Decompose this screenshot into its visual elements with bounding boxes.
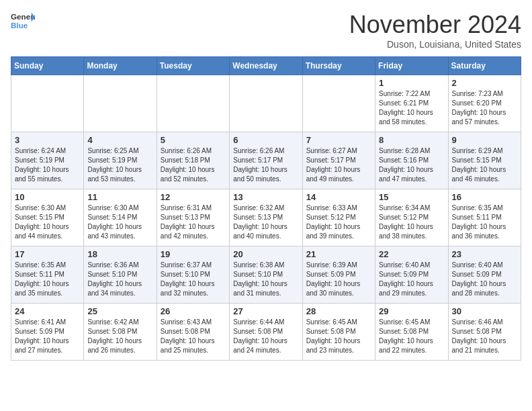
day-info: Sunset: 5:17 PM (233, 156, 298, 165)
day-info: Sunrise: 6:39 AM (306, 261, 371, 270)
day-info: Sunrise: 6:40 AM (452, 261, 517, 270)
day-info: Sunrise: 6:30 AM (87, 203, 152, 213)
day-info: Sunset: 5:08 PM (87, 327, 152, 336)
day-number: 12 (161, 192, 226, 202)
calendar-cell: 2Sunrise: 7:23 AMSunset: 6:20 PMDaylight… (448, 75, 521, 132)
day-info: Daylight: 10 hours and 46 minutes. (452, 165, 517, 184)
calendar-cell (84, 75, 157, 132)
day-info: Sunrise: 7:23 AM (452, 89, 517, 99)
calendar-cell (230, 75, 302, 132)
day-info: Sunrise: 6:31 AM (161, 203, 226, 213)
day-info: Sunset: 5:10 PM (161, 270, 226, 279)
calendar-cell: 12Sunrise: 6:31 AMSunset: 5:13 PMDayligh… (157, 189, 229, 246)
calendar-cell: 30Sunrise: 6:46 AMSunset: 5:08 PMDayligh… (448, 304, 521, 361)
day-info: Daylight: 10 hours and 52 minutes. (161, 165, 226, 184)
calendar-cell (11, 75, 84, 132)
day-number: 27 (233, 306, 298, 316)
calendar-cell: 10Sunrise: 6:30 AMSunset: 5:15 PMDayligh… (11, 189, 84, 246)
logo: General Blue (11, 11, 35, 31)
day-info: Sunrise: 6:32 AM (233, 203, 298, 213)
day-info: Sunrise: 6:42 AM (87, 318, 152, 327)
day-info: Sunset: 5:10 PM (233, 270, 298, 279)
weekday-header-thursday: Thursday (302, 57, 375, 75)
day-info: Sunset: 5:08 PM (306, 327, 371, 336)
day-info: Sunrise: 6:33 AM (306, 203, 371, 213)
calendar-cell: 15Sunrise: 6:34 AMSunset: 5:12 PMDayligh… (375, 189, 448, 246)
day-info: Daylight: 10 hours and 35 minutes. (15, 279, 80, 298)
day-number: 23 (452, 249, 517, 259)
day-info: Sunset: 5:16 PM (379, 156, 444, 165)
day-info: Sunset: 5:12 PM (379, 213, 444, 222)
day-number: 15 (379, 192, 444, 202)
day-info: Sunrise: 6:28 AM (379, 146, 444, 156)
day-info: Sunrise: 6:30 AM (15, 203, 80, 213)
day-number: 5 (161, 135, 226, 145)
calendar-cell: 14Sunrise: 6:33 AMSunset: 5:12 PMDayligh… (302, 189, 375, 246)
day-info: Sunrise: 6:46 AM (452, 318, 517, 327)
day-number: 1 (379, 78, 444, 88)
calendar-subtitle: Duson, Louisiana, United States (349, 39, 521, 50)
day-info: Sunset: 6:21 PM (379, 99, 444, 108)
day-info: Daylight: 10 hours and 44 minutes. (15, 222, 80, 241)
day-info: Daylight: 10 hours and 30 minutes. (306, 279, 371, 298)
day-info: Daylight: 10 hours and 53 minutes. (87, 165, 152, 184)
day-info: Daylight: 10 hours and 39 minutes. (306, 222, 371, 241)
logo-icon: General Blue (11, 11, 35, 31)
day-info: Sunrise: 7:22 AM (379, 89, 444, 99)
day-info: Sunset: 5:09 PM (15, 327, 80, 336)
day-info: Sunset: 5:19 PM (87, 156, 152, 165)
calendar-cell: 22Sunrise: 6:40 AMSunset: 5:09 PMDayligh… (375, 246, 448, 304)
week-row-4: 17Sunrise: 6:35 AMSunset: 5:11 PMDayligh… (11, 246, 521, 304)
calendar-cell: 26Sunrise: 6:43 AMSunset: 5:08 PMDayligh… (157, 304, 229, 361)
calendar-cell: 27Sunrise: 6:44 AMSunset: 5:08 PMDayligh… (230, 304, 302, 361)
day-number: 4 (87, 135, 152, 145)
day-info: Sunset: 5:12 PM (306, 213, 371, 222)
day-info: Sunset: 5:11 PM (15, 270, 80, 279)
day-info: Daylight: 10 hours and 43 minutes. (87, 222, 152, 241)
day-info: Daylight: 10 hours and 34 minutes. (87, 279, 152, 298)
day-info: Daylight: 10 hours and 22 minutes. (379, 336, 444, 355)
weekday-header-wednesday: Wednesday (230, 57, 302, 75)
day-info: Sunrise: 6:24 AM (15, 146, 80, 156)
calendar-cell: 28Sunrise: 6:45 AMSunset: 5:08 PMDayligh… (302, 304, 375, 361)
day-number: 7 (306, 135, 371, 145)
calendar-title: November 2024 (349, 11, 521, 39)
day-number: 16 (452, 192, 517, 202)
day-info: Sunset: 5:13 PM (161, 213, 226, 222)
weekday-header-tuesday: Tuesday (157, 57, 229, 75)
day-number: 24 (15, 306, 80, 316)
day-info: Daylight: 10 hours and 40 minutes. (233, 222, 298, 241)
day-number: 30 (452, 306, 517, 316)
page-header: General Blue November 2024 Duson, Louisi… (11, 11, 521, 50)
day-info: Daylight: 10 hours and 32 minutes. (161, 279, 226, 298)
day-number: 14 (306, 192, 371, 202)
day-info: Sunset: 6:20 PM (452, 99, 517, 108)
day-number: 21 (306, 249, 371, 259)
day-info: Sunrise: 6:36 AM (87, 261, 152, 270)
day-info: Sunset: 5:14 PM (87, 213, 152, 222)
day-info: Daylight: 10 hours and 25 minutes. (161, 336, 226, 355)
day-info: Daylight: 10 hours and 31 minutes. (233, 279, 298, 298)
day-number: 22 (379, 249, 444, 259)
weekday-header-friday: Friday (375, 57, 448, 75)
day-info: Sunset: 5:08 PM (161, 327, 226, 336)
day-info: Sunrise: 6:44 AM (233, 318, 298, 327)
calendar-body: 1Sunrise: 7:22 AMSunset: 6:21 PMDaylight… (11, 75, 521, 361)
day-info: Daylight: 10 hours and 26 minutes. (87, 336, 152, 355)
day-number: 11 (87, 192, 152, 202)
day-info: Daylight: 10 hours and 55 minutes. (15, 165, 80, 184)
calendar-cell: 9Sunrise: 6:29 AMSunset: 5:15 PMDaylight… (448, 132, 521, 189)
day-info: Sunset: 5:15 PM (452, 156, 517, 165)
day-number: 20 (233, 249, 298, 259)
calendar-table: SundayMondayTuesdayWednesdayThursdayFrid… (11, 56, 521, 361)
day-number: 10 (15, 192, 80, 202)
day-info: Sunset: 5:17 PM (306, 156, 371, 165)
day-info: Daylight: 10 hours and 50 minutes. (233, 165, 298, 184)
day-number: 29 (379, 306, 444, 316)
calendar-cell: 19Sunrise: 6:37 AMSunset: 5:10 PMDayligh… (157, 246, 229, 304)
day-info: Sunset: 5:11 PM (452, 213, 517, 222)
calendar-cell: 4Sunrise: 6:25 AMSunset: 5:19 PMDaylight… (84, 132, 157, 189)
day-info: Sunrise: 6:38 AM (233, 261, 298, 270)
day-info: Sunrise: 6:27 AM (306, 146, 371, 156)
day-info: Sunrise: 6:26 AM (233, 146, 298, 156)
